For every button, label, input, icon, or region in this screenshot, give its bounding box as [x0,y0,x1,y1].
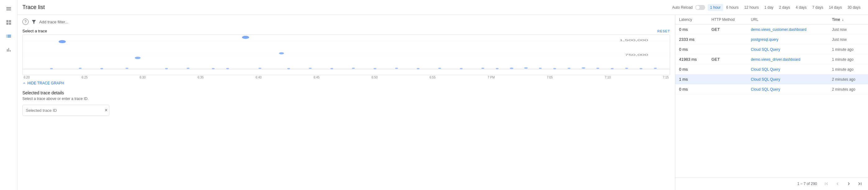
time-btn-7days[interactable]: 7 days [810,4,826,11]
cell-latency: 1 ms [675,75,708,84]
table-row[interactable]: 0 ms Cloud SQL Query 2 minutes ago [675,84,868,94]
x-label-650: 6:50 [372,76,378,79]
time-btn-12hours[interactable]: 12 hours [742,4,762,11]
table-row[interactable]: 41983 ms GET demo.views_driver.dashboard… [675,55,868,64]
time-btn-6hours[interactable]: 6 hours [724,4,741,11]
x-label-625: 6:25 [82,76,88,79]
table-header: Latency HTTP Method URL Time ↓ [675,15,868,25]
time-btn-2days[interactable]: 2 days [777,4,793,11]
cell-latency: 0 ms [675,84,708,94]
x-label-705: 7:05 [547,76,553,79]
x-label-640: 6:40 [255,76,261,79]
table-row[interactable]: 1 ms Cloud SQL Query 2 minutes ago [675,75,868,84]
trace-details-title: Selected trace details [22,90,670,95]
table-row[interactable]: 2333 ms postgresql.query Just now [675,34,868,45]
header: Trace list Auto Reload 1 hour 6 hours 12… [18,0,868,15]
pagination-prev-button[interactable] [833,180,842,188]
time-btn-30days[interactable]: 30 days [845,4,863,11]
chart-container[interactable]: 1,500,000 750,000 [22,34,670,75]
chart-x-axis: 6:20 6:25 6:30 6:35 6:40 6:45 6:50 6:55 … [22,75,670,79]
table-body: 0 ms GET demo.views_customer.dashboard J… [675,25,868,94]
svg-point-23 [417,68,420,69]
time-btn-14days[interactable]: 14 days [826,4,844,11]
svg-point-25 [460,68,463,69]
cell-url: demo.views_customer.dashboard [747,25,828,34]
reset-button[interactable]: RESET [657,29,670,33]
cell-method [708,45,747,55]
cell-time: Just now [828,34,868,45]
svg-point-22 [395,67,398,69]
svg-point-19 [330,68,333,69]
main-content: Trace list Auto Reload 1 hour 6 hours 12… [18,0,868,190]
cell-time: 1 minute ago [828,45,868,55]
svg-point-16 [258,67,261,69]
cell-time: 2 minutes ago [828,75,868,84]
table-row[interactable]: 0 ms GET demo.views_customer.dashboard J… [675,25,868,34]
svg-point-36 [625,67,628,69]
svg-point-20 [352,67,355,69]
x-label-645: 6:45 [314,76,319,79]
trace-graph-header: Select a trace RESET [22,29,670,33]
time-btn-1hour[interactable]: 1 hour [708,4,723,11]
right-panel: Latency HTTP Method URL Time ↓ 0 ms GET … [675,15,868,190]
svg-point-35 [611,68,614,69]
x-label-620: 6:20 [24,76,30,79]
svg-point-13 [186,67,189,69]
svg-point-11 [126,67,128,69]
hide-graph-label: HIDE TRACE GRAPH [27,81,64,85]
filter-icon[interactable] [31,19,37,25]
svg-point-27 [496,68,498,69]
col-url[interactable]: URL [747,15,828,25]
table-row[interactable]: 0 ms Cloud SQL Query 1 minute ago [675,45,868,55]
cell-method [708,34,747,45]
pagination-next-button[interactable] [844,180,853,188]
sort-arrow-icon: ↓ [842,18,844,22]
cell-time: Just now [828,25,868,34]
svg-point-32 [568,67,570,69]
svg-point-31 [553,68,556,69]
svg-point-5 [135,57,141,59]
svg-point-33 [582,67,586,69]
table-row[interactable]: 0 ms Cloud SQL Query 1 minute ago [675,64,868,75]
trace-details-subtitle: Select a trace above or enter a trace ID… [22,97,670,101]
help-icon[interactable]: ? [22,19,29,25]
clear-trace-id-button[interactable]: × [105,108,107,113]
cell-method [708,64,747,75]
pagination-last-button[interactable] [856,180,864,188]
sidebar-item-list[interactable] [2,30,15,43]
sidebar-item-dashboard[interactable] [2,16,15,29]
x-label-715: 7:15 [662,76,669,79]
sidebar-item-chart[interactable] [2,44,15,56]
svg-text:1,500,000: 1,500,000 [619,38,648,42]
trace-details: Selected trace details Select a trace ab… [22,90,670,116]
cell-url: Cloud SQL Query [747,84,828,94]
time-btn-4days[interactable]: 4 days [793,4,809,11]
filter-placeholder: Add trace filter... [39,20,68,24]
x-label-7pm: 7 PM [488,76,495,79]
auto-reload-label: Auto Reload [672,5,693,10]
svg-point-8 [50,68,53,69]
trace-chart: 1,500,000 750,000 [23,35,670,75]
cell-latency: 41983 ms [675,55,708,64]
cell-latency: 2333 ms [675,34,708,45]
time-btn-1day[interactable]: 1 day [762,4,776,11]
trace-id-input[interactable] [22,105,110,116]
svg-point-15 [226,68,229,69]
cell-method: GET [708,25,747,34]
pagination-info: 1 – 7 of 290 [798,182,817,186]
svg-text:750,000: 750,000 [625,53,648,56]
sidebar-item-menu[interactable] [2,2,15,15]
hide-trace-graph-button[interactable]: HIDE TRACE GRAPH [22,81,64,85]
col-latency[interactable]: Latency [675,15,708,25]
col-method[interactable]: HTTP Method [708,15,747,25]
pagination-first-button[interactable] [822,180,831,188]
cell-latency: 0 ms [675,64,708,75]
body-area: ? Add trace filter... Select a trace RES… [18,15,868,190]
svg-point-12 [165,68,168,69]
svg-point-7 [279,52,284,55]
trace-id-input-wrap: × [22,105,110,116]
auto-reload-toggle[interactable] [695,5,705,10]
col-time[interactable]: Time ↓ [828,15,868,25]
svg-point-37 [640,68,642,69]
cell-method: GET [708,55,747,64]
